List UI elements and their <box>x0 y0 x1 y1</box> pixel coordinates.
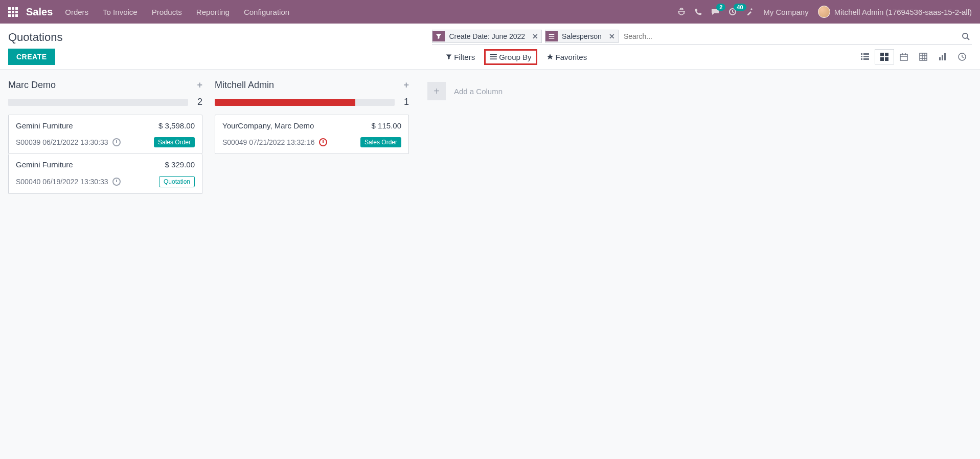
kanban-column: Mitchell Admin + 1 YourCompany, Marc Dem… <box>215 78 409 154</box>
svg-rect-2 <box>549 36 555 37</box>
filters-button[interactable]: Filters <box>446 53 475 61</box>
svg-rect-1 <box>549 34 555 35</box>
view-switcher <box>855 49 972 64</box>
filter-facet-remove[interactable]: ✕ <box>529 32 541 40</box>
calendar-view-icon[interactable] <box>894 49 914 64</box>
filters-label: Filters <box>454 53 475 61</box>
nav-configuration[interactable]: Configuration <box>244 8 289 16</box>
main-navbar: Sales Orders To Invoice Products Reporti… <box>0 0 980 24</box>
favorites-button[interactable]: Favorites <box>546 53 587 61</box>
control-panel: Quotations Create Date: June 2022 ✕ Sale… <box>0 24 980 70</box>
column-title[interactable]: Marc Demo <box>8 80 56 91</box>
column-count: 1 <box>397 97 409 107</box>
card-meta: S00040 06/19/2022 13:30:33 <box>16 178 108 186</box>
apps-icon[interactable] <box>8 7 18 17</box>
company-selector[interactable]: My Company <box>763 8 808 16</box>
svg-rect-21 <box>942 55 943 60</box>
svg-rect-19 <box>920 53 927 60</box>
svg-rect-11 <box>863 56 869 57</box>
clock-icon[interactable] <box>112 138 121 146</box>
svg-rect-12 <box>861 58 862 60</box>
column-quick-create[interactable]: + <box>403 80 409 91</box>
filter-facet: Create Date: June 2022 ✕ <box>432 30 542 43</box>
activity-view-icon[interactable] <box>952 49 972 64</box>
column-title[interactable]: Mitchell Admin <box>215 80 274 91</box>
kanban-column: Marc Demo + 2 Gemini Furniture $ 3,598.0… <box>8 78 202 194</box>
favorites-label: Favorites <box>556 53 587 61</box>
avatar <box>818 6 830 18</box>
search-options: Filters Group By Favorites <box>446 49 587 65</box>
filter-facet-label: Create Date: June 2022 <box>445 30 529 42</box>
status-badge: Quotation <box>159 176 195 187</box>
kanban-card[interactable]: Gemini Furniture $ 3,598.00 S00039 06/21… <box>8 115 202 154</box>
card-amount: $ 115.00 <box>372 121 401 130</box>
svg-rect-16 <box>880 57 884 61</box>
search-input[interactable] <box>622 30 956 42</box>
nav-orders[interactable]: Orders <box>65 8 88 16</box>
card-title: YourCompany, Marc Demo <box>222 121 314 130</box>
graph-view-icon[interactable] <box>933 49 952 64</box>
user-menu[interactable]: Mitchell Admin (17694536-saas-15-2-all) <box>818 6 972 18</box>
svg-rect-18 <box>900 54 907 60</box>
card-meta: S00049 07/21/2022 13:32:16 <box>222 138 315 146</box>
svg-rect-7 <box>490 58 497 59</box>
messages-icon[interactable]: 2 <box>711 8 719 16</box>
filter-icon <box>432 31 445 41</box>
list-icon <box>545 31 558 41</box>
card-title: Gemini Furniture <box>16 121 73 130</box>
clock-icon[interactable] <box>112 178 121 186</box>
svg-rect-17 <box>885 57 888 61</box>
kanban-view-icon[interactable] <box>875 49 894 64</box>
card-meta: S00039 06/21/2022 13:30:33 <box>16 138 108 146</box>
svg-rect-22 <box>944 53 946 60</box>
column-quick-create[interactable]: + <box>197 80 202 91</box>
svg-rect-14 <box>880 53 884 56</box>
svg-rect-13 <box>863 58 869 60</box>
search-icon[interactable] <box>960 32 972 40</box>
breadcrumb: Quotations <box>8 31 62 44</box>
nav-menu: Orders To Invoice Products Reporting Con… <box>65 8 677 16</box>
svg-rect-8 <box>861 53 862 55</box>
pivot-view-icon[interactable] <box>914 49 933 64</box>
clock-icon[interactable] <box>319 138 327 146</box>
user-name: Mitchell Admin (17694536-saas-15-2-all) <box>834 8 972 16</box>
groupby-button[interactable]: Group By <box>484 49 537 65</box>
groupby-facet-label: Salesperson <box>558 30 606 42</box>
add-column-button[interactable]: + <box>427 82 446 100</box>
list-view-icon[interactable] <box>855 50 875 64</box>
groupby-facet-remove[interactable]: ✕ <box>606 32 618 40</box>
messages-badge: 2 <box>716 4 725 11</box>
groupby-label: Group By <box>499 53 531 61</box>
search-area: Create Date: June 2022 ✕ Salesperson ✕ <box>432 30 972 45</box>
groupby-facet: Salesperson ✕ <box>545 30 619 43</box>
svg-point-4 <box>963 33 968 38</box>
column-progress-bar[interactable] <box>215 99 395 106</box>
phone-icon[interactable] <box>695 8 702 15</box>
add-column-label[interactable]: Add a Column <box>454 87 503 96</box>
nav-products[interactable]: Products <box>152 8 182 16</box>
bug-icon[interactable] <box>677 8 686 16</box>
nav-to-invoice[interactable]: To Invoice <box>103 8 138 16</box>
status-badge: Sales Order <box>154 137 195 147</box>
status-badge: Sales Order <box>360 137 401 147</box>
tools-icon[interactable] <box>746 8 754 16</box>
column-progress-bar[interactable] <box>8 99 188 106</box>
kanban-card[interactable]: Gemini Furniture $ 329.00 S00040 06/19/2… <box>8 154 202 194</box>
kanban-board: Marc Demo + 2 Gemini Furniture $ 3,598.0… <box>0 70 980 202</box>
card-amount: $ 3,598.00 <box>158 121 195 130</box>
column-count: 2 <box>190 97 202 107</box>
svg-rect-3 <box>549 38 555 39</box>
card-amount: $ 329.00 <box>165 160 195 169</box>
card-title: Gemini Furniture <box>16 160 73 169</box>
create-button[interactable]: CREATE <box>8 49 55 65</box>
app-brand[interactable]: Sales <box>26 6 53 18</box>
activities-badge: 40 <box>734 4 746 11</box>
kanban-card[interactable]: YourCompany, Marc Demo $ 115.00 S00049 0… <box>215 115 409 154</box>
activities-icon[interactable]: 40 <box>728 8 737 16</box>
svg-rect-6 <box>490 56 497 57</box>
nav-reporting[interactable]: Reporting <box>196 8 230 16</box>
add-column: + Add a Column <box>421 78 509 104</box>
svg-rect-9 <box>863 53 869 55</box>
svg-rect-15 <box>885 53 888 56</box>
svg-rect-10 <box>861 56 862 57</box>
